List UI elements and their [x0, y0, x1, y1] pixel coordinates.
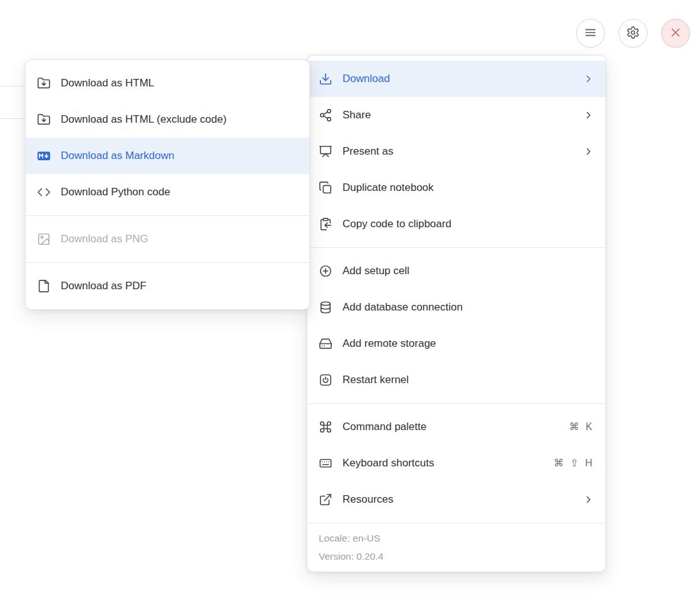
settings-button[interactable]	[619, 19, 647, 48]
menu-item-share[interactable]: Share	[307, 97, 605, 133]
menu-item-restart-kernel[interactable]: Restart kernel	[307, 362, 605, 398]
menu-footer: Locale: en-US Version: 0.20.4	[307, 523, 605, 572]
menu-item-add-database-connection[interactable]: Add database connection	[307, 289, 605, 326]
menu-item-label: Add database connection	[342, 300, 594, 315]
submenu-group-3: Download as PDF	[26, 262, 309, 309]
page-edge-lines	[0, 86, 25, 119]
toolbar	[576, 19, 690, 48]
menu-item-download-as-html-exclude-code[interactable]: Download as HTML (exclude code)	[26, 101, 309, 138]
submenu-group-2: Download as PNG	[26, 215, 309, 262]
share-icon	[319, 108, 332, 122]
markdown-icon	[37, 149, 51, 163]
menu-item-label: Download as HTML	[61, 76, 298, 91]
hard-drive-icon	[319, 337, 332, 351]
menu-item-present-as[interactable]: Present as	[307, 133, 605, 170]
locale-text: Locale: en-US	[319, 531, 594, 546]
presentation-icon	[319, 145, 332, 158]
close-icon	[669, 26, 682, 41]
menu-item-download[interactable]: Download	[307, 61, 605, 97]
menu-item-add-setup-cell[interactable]: Add setup cell	[307, 253, 605, 289]
menu-item-label: Download as PDF	[61, 279, 298, 294]
clipboard-copy-icon	[319, 217, 332, 231]
menu-group-1: Download Share Present as Duplicate note…	[307, 56, 605, 247]
menu-group-2: Add setup cell Add database connection A…	[307, 247, 605, 403]
menu-item-label: Keyboard shortcuts	[342, 456, 543, 471]
download-submenu: Download as HTML Download as HTML (exclu…	[25, 59, 310, 310]
menu-item-label: Resources	[342, 492, 573, 507]
menu-item-label: Download Python code	[61, 185, 298, 200]
menu-item-label: Restart kernel	[342, 372, 594, 388]
menu-item-label: Download as PNG	[61, 232, 298, 247]
file-icon	[37, 279, 51, 293]
command-icon	[319, 420, 332, 434]
menu-item-keyboard-shortcuts[interactable]: Keyboard shortcuts ⌘ ⇧ H	[307, 445, 605, 481]
duplicate-icon	[319, 181, 332, 195]
menu-item-download-as-pdf[interactable]: Download as PDF	[26, 268, 309, 304]
menu-group-3: Command palette ⌘ K Keyboard shortcuts ⌘…	[307, 403, 605, 523]
chevron-right-icon	[583, 73, 594, 85]
keyboard-icon	[319, 456, 332, 470]
menu-item-label: Duplicate notebook	[342, 180, 594, 195]
submenu-group-1: Download as HTML Download as HTML (exclu…	[26, 60, 309, 215]
menu-item-label: Present as	[342, 144, 573, 159]
external-link-icon	[319, 493, 332, 506]
plus-circle-icon	[319, 264, 332, 278]
menu-item-download-as-html[interactable]: Download as HTML	[26, 65, 309, 101]
hamburger-icon	[584, 26, 597, 41]
gear-icon	[626, 26, 640, 41]
notebook-actions-menu: Download Share Present as Duplicate note…	[307, 55, 606, 572]
menu-button[interactable]	[576, 19, 605, 48]
menu-item-duplicate-notebook[interactable]: Duplicate notebook	[307, 170, 605, 206]
menu-item-resources[interactable]: Resources	[307, 481, 605, 518]
chevron-right-icon	[583, 110, 594, 121]
menu-item-label: Download as HTML (exclude code)	[61, 112, 298, 127]
menu-item-download-as-markdown[interactable]: Download as Markdown	[26, 138, 309, 174]
menu-item-label: Download as Markdown	[61, 148, 298, 163]
menu-item-label: Command palette	[342, 419, 559, 434]
database-icon	[319, 300, 332, 314]
menu-item-copy-code-to-clipboard[interactable]: Copy code to clipboard	[307, 206, 605, 242]
menu-item-label: Copy code to clipboard	[342, 217, 594, 232]
menu-item-label: Add setup cell	[342, 264, 594, 279]
menu-item-label: Add remote storage	[342, 336, 594, 351]
folder-download-icon	[37, 76, 51, 90]
folder-download-icon	[37, 113, 51, 126]
shortcut-label: ⌘ ⇧ H	[553, 456, 594, 471]
chevron-right-icon	[583, 146, 594, 157]
menu-item-download-python-code[interactable]: Download Python code	[26, 174, 309, 210]
menu-item-add-remote-storage[interactable]: Add remote storage	[307, 326, 605, 362]
chevron-right-icon	[583, 494, 594, 505]
menu-item-label: Download	[342, 71, 573, 86]
download-icon	[319, 72, 332, 86]
version-text: Version: 0.20.4	[319, 549, 594, 564]
power-icon	[319, 373, 332, 387]
menu-item-label: Share	[342, 108, 573, 123]
code-icon	[37, 185, 51, 199]
menu-item-download-as-png: Download as PNG	[26, 221, 309, 257]
shortcut-label: ⌘ K	[569, 419, 594, 434]
close-button[interactable]	[661, 19, 690, 48]
menu-item-command-palette[interactable]: Command palette ⌘ K	[307, 409, 605, 445]
image-icon	[37, 232, 51, 246]
